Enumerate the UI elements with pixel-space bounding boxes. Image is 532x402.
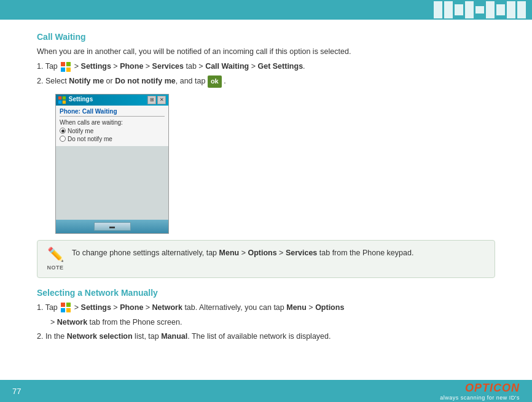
note-label: NOTE <box>47 265 63 271</box>
bottom-bar: 77 OPTICON always scanning for new ID's <box>0 380 532 402</box>
call-waiting-title: Call Waiting <box>37 32 495 42</box>
selecting-network-step1-cont: > Network tab from the Phone screen. <box>50 316 495 328</box>
stripe <box>496 4 505 15</box>
note-services: Services <box>286 249 317 257</box>
screenshot-title-text: Settings <box>58 96 93 103</box>
selecting-network-title: Selecting a Network Manually <box>37 288 495 298</box>
selecting-network-step1: 1. Tap > Settings > Phone > Network tab.… <box>37 301 495 314</box>
top-bar <box>0 0 532 20</box>
screenshot-phone-label: Phone: Call Waiting <box>60 108 165 117</box>
net-step1-prefix: 1. Tap <box>37 303 60 312</box>
svg-rect-7 <box>63 100 66 103</box>
note-suffix: tab from the Phone keypad. <box>317 249 413 257</box>
note-menu: Menu <box>219 249 240 257</box>
call-waiting-step2: 2. Select Notify me or Do not notify me,… <box>37 75 495 88</box>
ok-button-image: ok <box>208 75 222 88</box>
windows-logo-icon <box>61 62 71 72</box>
svg-rect-9 <box>66 303 71 307</box>
call-waiting-section: Call Waiting When you are in another cal… <box>37 32 495 234</box>
svg-rect-2 <box>61 68 65 72</box>
stripe <box>444 1 453 18</box>
brand-name: OPTICON <box>465 382 520 395</box>
radio-do-not-notify <box>60 136 66 142</box>
top-bar-decoration <box>434 0 532 20</box>
radio-notify <box>60 128 66 134</box>
screenshot-titlebar-icons: ⊞ ✕ <box>147 96 166 104</box>
screenshot-spacer <box>56 146 168 220</box>
stripe <box>465 1 474 18</box>
screenshot-option2: Do not notify me <box>60 136 165 142</box>
screenshot-content: Phone: Call Waiting When calls are waiti… <box>56 106 168 146</box>
note-icon-container: ✏️ NOTE <box>46 247 65 271</box>
svg-rect-8 <box>61 303 65 307</box>
screenshot-subtitle: When calls are waiting: <box>60 119 165 126</box>
svg-rect-4 <box>58 96 61 99</box>
stripe <box>475 6 484 14</box>
step1-text: > Settings > Phone > Services tab > Call… <box>74 62 305 71</box>
step2-prefix: 2. Select Notify me or Do not notify me,… <box>37 77 208 85</box>
screenshot-option1: Notify me <box>60 128 165 134</box>
net-step1-text: > Settings > Phone > Network tab. Altern… <box>74 303 345 312</box>
svg-rect-6 <box>58 100 61 103</box>
call-waiting-description: When you are in another call, you will b… <box>37 45 495 58</box>
note-box: ✏️ NOTE To change phone settings alterna… <box>37 240 495 278</box>
stripe <box>486 1 495 18</box>
svg-rect-5 <box>63 96 66 99</box>
page-number: 77 <box>12 387 21 396</box>
svg-rect-11 <box>66 308 71 312</box>
call-waiting-step1: 1. Tap > Settings > Phone > Services tab… <box>37 60 495 72</box>
screenshot-bottom-bar: ▬ <box>56 220 168 233</box>
pencil-icon: ✏️ <box>47 247 64 263</box>
windows-logo-icon-2 <box>61 303 71 312</box>
svg-rect-3 <box>66 68 71 72</box>
stripe <box>455 4 463 15</box>
svg-rect-0 <box>61 62 65 66</box>
note-text: To change phone settings alternatively, … <box>72 247 413 259</box>
screenshot-minimize-icon: ⊞ <box>147 96 156 104</box>
main-content: Call Waiting When you are in another cal… <box>0 20 532 357</box>
screenshot-close-icon: ✕ <box>157 96 166 104</box>
step1-prefix: 1. Tap <box>37 62 60 71</box>
stripe <box>517 1 526 18</box>
screenshot-bottom-button: ▬ <box>94 222 131 231</box>
stripe <box>434 1 442 18</box>
screenshot-container: Settings ⊞ ✕ Phone: Call Waiting When ca… <box>55 94 169 234</box>
screenshot-titlebar: Settings ⊞ ✕ <box>56 95 168 106</box>
note-prefix: To change phone settings alternatively, … <box>72 249 217 257</box>
stripe <box>507 1 515 18</box>
svg-rect-10 <box>61 308 65 312</box>
selecting-network-step2: 2. In the Network selection list, tap Ma… <box>37 330 495 342</box>
selecting-network-section: Selecting a Network Manually 1. Tap > Se… <box>37 288 495 342</box>
screenshot-box: Settings ⊞ ✕ Phone: Call Waiting When ca… <box>55 94 169 234</box>
opticon-logo: OPTICON always scanning for new ID's <box>440 382 520 401</box>
brand-tagline: always scanning for new ID's <box>440 395 520 401</box>
svg-rect-1 <box>66 62 71 66</box>
note-options: Options <box>248 249 276 257</box>
